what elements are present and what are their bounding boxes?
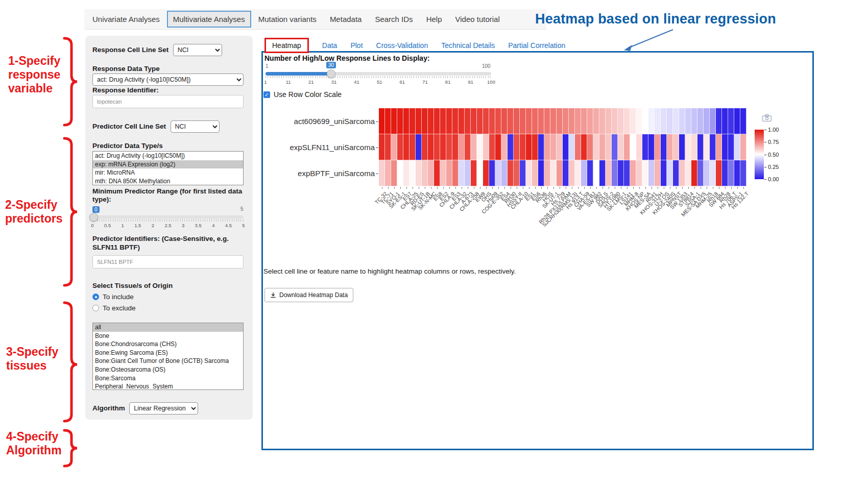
heatmap-cell[interactable] bbox=[734, 160, 740, 186]
heatmap-cell[interactable] bbox=[618, 134, 624, 160]
heatmap-cell[interactable] bbox=[544, 108, 550, 134]
response-data-type-select[interactable]: act: Drug Activity (-log10[IC50M]) bbox=[92, 74, 244, 86]
heatmap-cell[interactable] bbox=[563, 108, 569, 134]
heatmap-cell[interactable] bbox=[630, 108, 636, 134]
heatmap-cell[interactable] bbox=[403, 134, 409, 160]
heatmap-cell[interactable] bbox=[728, 108, 734, 134]
list-option[interactable]: mir: MicroRNA bbox=[93, 168, 243, 177]
heatmap-cell[interactable] bbox=[391, 160, 397, 186]
heatmap-cell[interactable] bbox=[587, 108, 593, 134]
heatmap-cell[interactable] bbox=[471, 108, 477, 134]
list-option[interactable]: Bone:Giant Cell Tumor of Bone (GCTB) Sar… bbox=[93, 357, 243, 365]
heatmap-cell[interactable] bbox=[710, 160, 716, 186]
heatmap-cell[interactable] bbox=[581, 160, 587, 186]
heatmap-cell[interactable] bbox=[636, 160, 642, 186]
heatmap-cell[interactable] bbox=[673, 160, 679, 186]
heatmap-cell[interactable] bbox=[489, 134, 495, 160]
heatmap-cell[interactable] bbox=[379, 160, 385, 186]
heatmap-cell[interactable] bbox=[434, 160, 440, 186]
heatmap-cell[interactable] bbox=[550, 160, 557, 186]
heatmap-cell[interactable] bbox=[655, 108, 661, 134]
heatmap-cell[interactable] bbox=[704, 108, 710, 134]
heatmap-cell[interactable] bbox=[599, 134, 606, 160]
heatmap-cell[interactable] bbox=[661, 134, 667, 160]
heatmap-cell[interactable] bbox=[526, 160, 532, 186]
heatmap-cell[interactable] bbox=[679, 160, 685, 186]
nav-item-help[interactable]: Help bbox=[420, 11, 448, 28]
heatmap-cell[interactable] bbox=[667, 160, 673, 186]
heatmap-cell[interactable] bbox=[452, 160, 459, 186]
heatmap-cell[interactable] bbox=[465, 134, 471, 160]
heatmap-cell[interactable] bbox=[508, 108, 514, 134]
heatmap-cell[interactable] bbox=[691, 160, 697, 186]
heatmap-cell[interactable] bbox=[587, 134, 593, 160]
heatmap-cell[interactable] bbox=[648, 108, 655, 134]
heatmap-cell[interactable] bbox=[624, 108, 630, 134]
nav-item-search-ids[interactable]: Search IDs bbox=[369, 11, 419, 28]
predictor-cell-line-set-select[interactable]: NCI bbox=[171, 120, 220, 133]
tab-technical-details[interactable]: Technical Details bbox=[441, 41, 495, 50]
tissue-include-radio[interactable]: To include bbox=[92, 292, 134, 301]
heatmap-cell[interactable] bbox=[630, 160, 636, 186]
response-cell-line-set-select[interactable]: NCI bbox=[173, 44, 222, 56]
heatmap-cell[interactable] bbox=[428, 134, 434, 160]
heatmap-cell[interactable] bbox=[655, 160, 661, 186]
predictor-type-list[interactable]: act: Drug Activity (-log10[IC50M])exp: m… bbox=[92, 151, 244, 185]
heatmap-cell[interactable] bbox=[409, 134, 416, 160]
heatmap-cell[interactable] bbox=[538, 160, 544, 186]
heatmap-cell[interactable] bbox=[740, 134, 746, 160]
heatmap-cell[interactable] bbox=[483, 134, 489, 160]
heatmap-cell[interactable] bbox=[483, 108, 489, 134]
heatmap-cell[interactable] bbox=[489, 108, 495, 134]
heatmap-cell[interactable] bbox=[593, 134, 599, 160]
list-option[interactable]: Bone:Ewing Sarcoma (ES) bbox=[93, 349, 243, 357]
heatmap-cell[interactable] bbox=[508, 134, 514, 160]
heatmap-cell[interactable] bbox=[691, 108, 697, 134]
heatmap-cell[interactable] bbox=[465, 160, 471, 186]
heatmap-cell[interactable] bbox=[673, 134, 679, 160]
list-option[interactable]: Bone:Chondrosarcoma (CHS) bbox=[93, 340, 243, 349]
heatmap-cell[interactable] bbox=[673, 108, 679, 134]
nav-item-multivariate-analyses[interactable]: Multivariate Analyses bbox=[167, 11, 251, 28]
heatmap-cell[interactable] bbox=[459, 160, 465, 186]
heatmap-cell[interactable] bbox=[520, 108, 526, 134]
heatmap-cell[interactable] bbox=[434, 134, 440, 160]
heatmap-cell[interactable] bbox=[538, 134, 544, 160]
tab-heatmap[interactable]: Heatmap bbox=[264, 38, 309, 53]
heatmap-cell[interactable] bbox=[593, 160, 599, 186]
list-option[interactable]: act: Drug Activity (-log10[IC50M]) bbox=[93, 152, 243, 160]
download-heatmap-button[interactable]: Download Heatmap Data bbox=[264, 288, 353, 302]
heatmap-cell[interactable] bbox=[716, 134, 722, 160]
list-option[interactable]: Bone bbox=[93, 332, 243, 340]
heatmap-cell[interactable] bbox=[575, 108, 581, 134]
heatmap-cell[interactable] bbox=[477, 160, 483, 186]
heatmap-cell[interactable] bbox=[728, 134, 734, 160]
heatmap-cell[interactable] bbox=[495, 160, 501, 186]
heatmap-cell[interactable] bbox=[581, 108, 587, 134]
heatmap-cell[interactable] bbox=[636, 134, 642, 160]
heatmap-cell[interactable] bbox=[514, 108, 520, 134]
heatmap-cell[interactable] bbox=[409, 108, 416, 134]
heatmap-cell[interactable] bbox=[679, 108, 685, 134]
heatmap-cell[interactable] bbox=[734, 134, 740, 160]
heatmap-cell[interactable] bbox=[679, 134, 685, 160]
heatmap-cell[interactable] bbox=[520, 160, 526, 186]
min-range-slider-handle[interactable] bbox=[89, 213, 98, 222]
heatmap-cell[interactable] bbox=[599, 108, 606, 134]
list-option[interactable]: exp: mRNA Expression (log2) bbox=[93, 160, 243, 169]
heatmap-cell[interactable] bbox=[704, 134, 710, 160]
heatmap-cell[interactable] bbox=[397, 108, 403, 134]
row-color-scale-checkbox[interactable]: ✓ bbox=[263, 91, 270, 98]
min-range-slider-track[interactable] bbox=[92, 215, 244, 219]
heatmap-cell[interactable] bbox=[728, 160, 734, 186]
list-option[interactable]: mth: DNA 850K Methylation bbox=[93, 177, 243, 185]
heatmap-cell[interactable] bbox=[685, 108, 691, 134]
heatmap-cell[interactable] bbox=[409, 160, 416, 186]
heatmap-cell[interactable] bbox=[557, 134, 563, 160]
heatmap-cell[interactable] bbox=[636, 108, 642, 134]
nav-item-mutation-variants[interactable]: Mutation variants bbox=[252, 11, 323, 28]
heatmap-cell[interactable] bbox=[391, 134, 397, 160]
heatmap-cell[interactable] bbox=[569, 160, 575, 186]
heatmap-cell[interactable] bbox=[557, 108, 563, 134]
heatmap-cell[interactable] bbox=[722, 160, 728, 186]
